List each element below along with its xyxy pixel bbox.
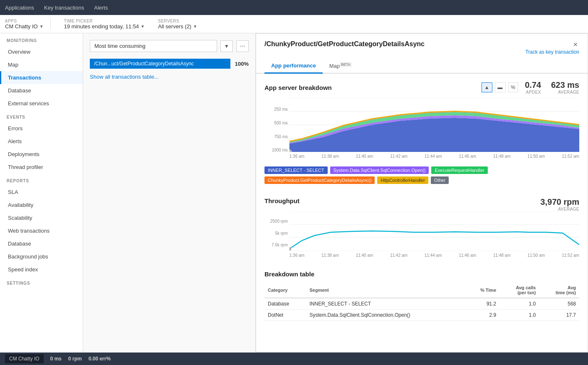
filter-select[interactable]: Most time consuming	[90, 40, 217, 52]
sidebar-item-map[interactable]: Map	[0, 58, 83, 71]
servers-selector[interactable]: SERVERS All servers (2) ▼	[158, 19, 197, 30]
col-pct-time: % Time	[466, 283, 499, 298]
top-nav: Applications Key transactions Alerts	[0, 0, 588, 15]
monitoring-section-label: MONITORING	[0, 33, 83, 45]
tab-app-performance[interactable]: App performance	[264, 59, 323, 74]
col-category: Category	[264, 283, 306, 298]
breakdown-chart: 1000 ms 750 ms 500 ms 250 ms	[264, 98, 579, 162]
sidebar-item-alerts[interactable]: Alerts	[0, 135, 83, 148]
servers-arrow-icon: ▼	[193, 24, 197, 29]
apps-value[interactable]: CM Chatty IO ▼	[5, 23, 44, 30]
detail-header: /ChunkyProduct/GetProductCategoryDetails…	[256, 34, 588, 55]
sidebar-item-sla[interactable]: SLA	[0, 186, 83, 199]
status-metric-ms: 0 ms	[50, 356, 62, 362]
cell-category: Database	[264, 298, 306, 310]
sidebar: MONITORING Overview Map Transactions Dat…	[0, 33, 83, 353]
transaction-bar[interactable]: /Chun...uct/GetProductCategoryDetailsAsy…	[90, 59, 230, 69]
sidebar-item-overview[interactable]: Overview	[0, 45, 83, 58]
legend-chunky-product[interactable]: ChunkyProduct.GetProductCategoryDetailsA…	[264, 176, 375, 184]
legend-sqlconnection[interactable]: System.Data.SqlClient.SqlConnection.Open…	[330, 166, 429, 174]
reports-section-label: REPORTS	[0, 174, 83, 186]
detail-tabs: App performance MapBETA	[256, 59, 588, 74]
servers-value[interactable]: All servers (2) ▼	[158, 23, 197, 30]
breakdown-chart-svg: 1:36 am 11:38 am 11:40 am 11:42 am 11:44…	[289, 98, 579, 162]
avg-stat: 623 ms AVERAGE	[551, 80, 579, 94]
cell-time: 568	[539, 298, 579, 310]
sidebar-item-background-jobs[interactable]: Background jobs	[0, 250, 83, 263]
breakdown-stats: 0.74 APDEX 623 ms AVERAGE	[525, 80, 579, 94]
cell-segment: INNER_SELECT - SELECT	[306, 298, 466, 310]
status-app-name: CM Chatty IO	[5, 354, 44, 363]
apps-arrow-icon: ▼	[40, 24, 44, 29]
sidebar-item-errors[interactable]: Errors	[0, 122, 83, 135]
table-row: DotNet System.Data.SqlClient.SqlConnecti…	[264, 310, 579, 321]
col-avg-time: Avgtime (ms)	[539, 283, 579, 298]
timepicker-label: TIME PICKER	[64, 19, 145, 23]
track-as-key-transaction-link[interactable]: Track as key transaction	[525, 49, 579, 55]
breakdown-legend: INNER_SELECT - SELECT System.Data.SqlCli…	[264, 166, 579, 184]
cell-pct: 2.9	[466, 310, 499, 321]
content-area: Most time consuming ▼ ⋯ /Chun...uct/GetP…	[83, 33, 588, 353]
legend-http-controller[interactable]: HttpControllerHandler	[377, 176, 428, 184]
filter-chevron-btn[interactable]: ▼	[220, 40, 233, 52]
apps-selector[interactable]: APPS CM Chatty IO ▼	[5, 19, 51, 30]
transaction-item[interactable]: /Chun...uct/GetProductCategoryDetailsAsy…	[90, 59, 249, 69]
cell-pct: 91.2	[466, 298, 499, 310]
legend-execute-request[interactable]: ExecuteRequestHandler	[431, 166, 487, 174]
breakdown-table-section: Breakdown table Category Segment % Time …	[256, 264, 588, 328]
close-button[interactable]: ×	[571, 40, 579, 49]
throughput-section: Throughput 3,970 rpm AVERAGE 7.5k rpm 5k…	[256, 191, 588, 264]
legend-other[interactable]: Other	[431, 176, 449, 184]
timepicker-selector[interactable]: TIME PICKER 19 minutes ending today, 11:…	[64, 19, 145, 30]
legend-inner-select[interactable]: INNER_SELECT - SELECT	[264, 166, 328, 174]
chart-bar-btn[interactable]: ▬	[495, 82, 506, 92]
sidebar-item-thread-profiler[interactable]: Thread profiler	[0, 161, 83, 174]
transaction-pct: 100%	[234, 61, 249, 67]
throughput-chart: 7.5k rpm 5k rpm 2500 rpm	[264, 211, 579, 257]
nav-alerts[interactable]: Alerts	[94, 3, 108, 12]
breakdown-table-title: Breakdown table	[264, 271, 579, 278]
sidebar-item-transactions[interactable]: Transactions	[0, 71, 83, 84]
throughput-y-axis: 7.5k rpm 5k rpm 2500 rpm	[264, 211, 289, 247]
cell-segment: System.Data.SqlClient.SqlConnection.Open…	[306, 310, 466, 321]
chart-controls: ▲ ▬ %	[482, 82, 519, 92]
sidebar-item-web-transactions[interactable]: Web transactions	[0, 224, 83, 237]
col-avg-calls: Avg calls(per txn)	[499, 283, 539, 298]
cell-category: DotNet	[264, 310, 306, 321]
sidebar-item-external-services[interactable]: External services	[0, 97, 83, 110]
beta-badge: BETA	[340, 62, 352, 67]
show-all-transactions-link[interactable]: Show all transactions table...	[90, 74, 158, 80]
tab-map[interactable]: MapBETA	[323, 59, 358, 74]
cell-calls: 1.0	[499, 310, 539, 321]
filter-row: Most time consuming ▼ ⋯	[90, 40, 249, 52]
transaction-list-panel: Most time consuming ▼ ⋯ /Chun...uct/GetP…	[83, 33, 256, 353]
timepicker-value[interactable]: 19 minutes ending today, 11:54 ▼	[64, 23, 145, 30]
sidebar-item-scalability[interactable]: Scalability	[0, 211, 83, 224]
breakdown-title: App server breakdown	[264, 84, 332, 91]
detail-title: /ChunkyProduct/GetProductCategoryDetails…	[264, 40, 425, 48]
cell-time: 17.7	[539, 310, 579, 321]
throughput-title: Throughput	[264, 197, 299, 204]
col-segment: Segment	[306, 283, 466, 298]
sidebar-item-speed-index[interactable]: Speed index	[0, 263, 83, 276]
filter-options-btn[interactable]: ⋯	[236, 40, 249, 52]
timepicker-arrow-icon: ▼	[141, 24, 145, 29]
chart-area-btn[interactable]: ▲	[482, 82, 492, 92]
sidebar-item-availability[interactable]: Availability	[0, 199, 83, 211]
sub-header: APPS CM Chatty IO ▼ TIME PICKER 19 minut…	[0, 15, 588, 33]
sidebar-item-database[interactable]: Database	[0, 84, 83, 97]
breakdown-table: Category Segment % Time Avg calls(per tx…	[264, 283, 579, 321]
table-row: Database INNER_SELECT - SELECT 91.2 1.0 …	[264, 298, 579, 310]
status-metric-err: 0.00 err%	[89, 356, 111, 362]
events-section-label: EVENTS	[0, 110, 83, 122]
throughput-stat: 3,970 rpm AVERAGE	[541, 197, 579, 211]
cell-calls: 1.0	[499, 298, 539, 310]
main-layout: MONITORING Overview Map Transactions Dat…	[0, 33, 588, 353]
nav-key-transactions[interactable]: Key transactions	[44, 3, 84, 12]
chart-pct-btn[interactable]: %	[508, 82, 519, 92]
sidebar-item-database-report[interactable]: Database	[0, 237, 83, 250]
table-header-row: Category Segment % Time Avg calls(per tx…	[264, 283, 579, 298]
sidebar-item-deployments[interactable]: Deployments	[0, 148, 83, 161]
nav-applications[interactable]: Applications	[5, 3, 34, 12]
apdex-stat: 0.74 APDEX	[525, 80, 541, 94]
